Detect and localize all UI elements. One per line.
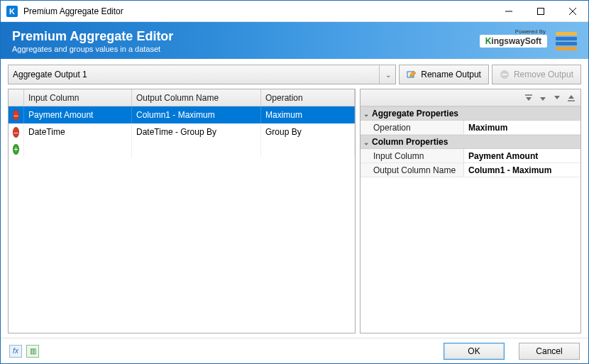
grid-header-output[interactable]: Output Column Name bbox=[132, 89, 261, 106]
property-key-input-column: Input Column bbox=[360, 149, 464, 162]
cell-operation[interactable]: Maximum bbox=[261, 106, 355, 123]
chevron-down-icon: ⌄ bbox=[360, 138, 372, 146]
table-row[interactable]: – Payment Amount Column1 - Maximum Maxim… bbox=[9, 106, 355, 123]
documentation-button[interactable]: ▥ bbox=[26, 345, 39, 358]
delete-row-button[interactable]: – bbox=[9, 123, 24, 140]
property-key-output-column: Output Column Name bbox=[360, 163, 464, 177]
svg-rect-0 bbox=[537, 8, 544, 14]
property-val-operation[interactable]: Maximum bbox=[464, 121, 580, 134]
banner-title: Premium Aggregate Editor bbox=[12, 29, 173, 43]
expression-button[interactable]: fx bbox=[9, 345, 22, 358]
add-row-button[interactable]: + bbox=[9, 140, 24, 158]
remove-icon bbox=[500, 70, 510, 79]
chevron-down-icon: ⌄ bbox=[379, 65, 391, 84]
cell-output-column[interactable]: DateTime - Group By bbox=[132, 123, 261, 140]
app-icon: K bbox=[6, 6, 18, 17]
fx-icon: fx bbox=[13, 347, 18, 355]
cell-operation[interactable]: Group By bbox=[261, 123, 355, 140]
table-row-new[interactable]: + bbox=[9, 140, 355, 158]
property-row[interactable]: Operation Maximum bbox=[360, 121, 580, 135]
columns-grid: Input Column Output Column Name Operatio… bbox=[8, 89, 356, 333]
table-row[interactable]: – DateTime DateTime - Group By Group By bbox=[9, 123, 355, 140]
ok-button[interactable]: OK bbox=[444, 343, 505, 360]
footer: fx ▥ OK Cancel bbox=[1, 338, 588, 363]
window: K Premium Aggregate Editor Premium Aggre… bbox=[0, 0, 589, 364]
close-button[interactable] bbox=[556, 1, 588, 22]
remove-output-label: Remove Output bbox=[514, 70, 573, 79]
component-icon bbox=[556, 32, 577, 50]
category-aggregate[interactable]: ⌄ Aggregate Properties bbox=[360, 106, 580, 121]
property-val-input-column[interactable]: Payment Amount bbox=[464, 149, 580, 162]
grid-header-operation[interactable]: Operation bbox=[261, 89, 355, 106]
maximize-icon bbox=[537, 8, 544, 15]
grid-header-rowselector bbox=[9, 89, 24, 106]
banner: Premium Aggregate Editor Aggregates and … bbox=[1, 22, 588, 59]
rename-icon bbox=[407, 70, 417, 79]
maximize-button[interactable] bbox=[524, 1, 556, 22]
minus-icon: – bbox=[13, 110, 19, 121]
category-column[interactable]: ⌄ Column Properties bbox=[360, 135, 580, 149]
output-dropdown[interactable]: Aggregate Output 1 ⌄ bbox=[8, 65, 396, 84]
property-grid-toolbar bbox=[360, 89, 580, 106]
titlebar: K Premium Aggregate Editor bbox=[1, 1, 588, 22]
powered-by-label: Powered By bbox=[515, 28, 546, 35]
grid-body: – Payment Amount Column1 - Maximum Maxim… bbox=[9, 106, 355, 333]
rename-output-label: Rename Output bbox=[421, 70, 481, 79]
close-icon bbox=[569, 8, 576, 15]
cancel-button[interactable]: Cancel bbox=[519, 343, 580, 360]
cell-output-column[interactable]: Column1 - Maximum bbox=[132, 106, 261, 123]
plus-icon: + bbox=[13, 144, 19, 155]
property-row[interactable]: Output Column Name Column1 - Maximum bbox=[360, 163, 580, 177]
move-top-button[interactable] bbox=[522, 92, 535, 104]
property-row[interactable]: Input Column Payment Amount bbox=[360, 149, 580, 163]
property-grid: ⌄ Aggregate Properties Operation Maximum… bbox=[360, 89, 581, 333]
minus-icon: – bbox=[13, 127, 19, 138]
rename-output-button[interactable]: Rename Output bbox=[399, 65, 489, 84]
property-val-output-column[interactable]: Column1 - Maximum bbox=[464, 163, 580, 177]
brand-logo: Powered By KingswaySoft bbox=[480, 35, 547, 48]
move-down-button[interactable] bbox=[551, 92, 563, 104]
cell-input-column[interactable]: Payment Amount bbox=[24, 106, 132, 123]
delete-row-button[interactable]: – bbox=[9, 106, 24, 123]
move-bottom-button[interactable] bbox=[565, 92, 578, 104]
minimize-icon bbox=[505, 8, 512, 15]
doc-icon: ▥ bbox=[30, 347, 36, 355]
window-title: Premium Aggregate Editor bbox=[23, 6, 492, 16]
property-grid-body: ⌄ Aggregate Properties Operation Maximum… bbox=[360, 106, 580, 177]
banner-subtitle: Aggregates and groups values in a datase… bbox=[12, 45, 173, 53]
cell-input-column[interactable]: DateTime bbox=[24, 123, 132, 140]
toolbar: Aggregate Output 1 ⌄ Rename Output Remov… bbox=[8, 65, 581, 84]
remove-output-button[interactable]: Remove Output bbox=[492, 65, 581, 84]
move-up-button[interactable] bbox=[536, 92, 549, 104]
output-dropdown-value: Aggregate Output 1 bbox=[13, 70, 87, 79]
grid-header: Input Column Output Column Name Operatio… bbox=[9, 89, 355, 106]
chevron-down-icon: ⌄ bbox=[360, 110, 372, 118]
minimize-button[interactable] bbox=[492, 1, 524, 22]
property-key-operation: Operation bbox=[360, 121, 464, 134]
main-panes: Input Column Output Column Name Operatio… bbox=[8, 89, 581, 333]
grid-header-input[interactable]: Input Column bbox=[24, 89, 132, 106]
svg-rect-3 bbox=[502, 74, 507, 75]
